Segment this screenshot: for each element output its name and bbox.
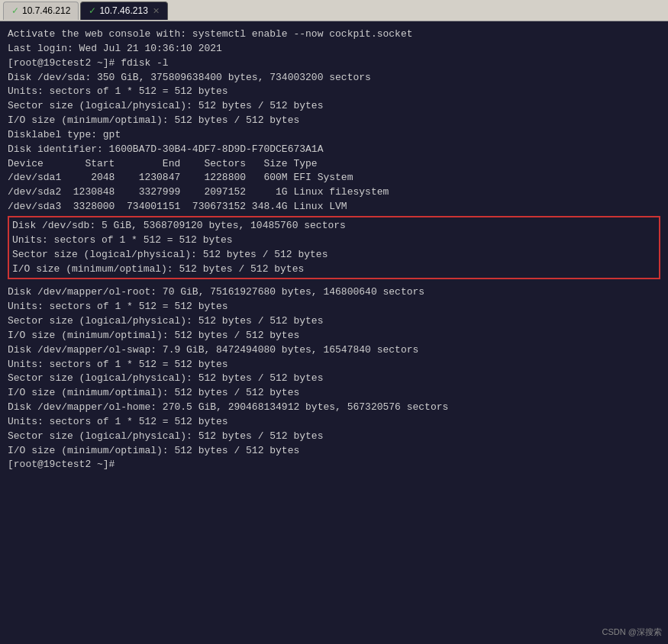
terminal-line: I/O size (minimum/optimal): 512 bytes / …: [8, 444, 660, 459]
terminal-line: /dev/sda1 2048 1230847 1228800 600M EFI …: [8, 171, 660, 185]
terminal-line: Disklabel type: gpt: [8, 128, 660, 143]
close-icon[interactable]: ✕: [153, 6, 160, 16]
terminal-line: Sector size (logical/physical): 512 byte…: [8, 99, 660, 114]
tab-1[interactable]: ✓ 10.7.46.212: [3, 2, 79, 20]
terminal-line: I/O size (minimum/optimal): 512 bytes / …: [12, 262, 656, 277]
terminal-line: I/O size (minimum/optimal): 512 bytes / …: [8, 114, 660, 128]
terminal-line: Sector size (logical/physical): 512 byte…: [8, 314, 660, 329]
terminal-line: Units: sectors of 1 * 512 = 512 bytes: [8, 300, 660, 314]
terminal-line: Disk /dev/mapper/ol-root: 70 GiB, 751619…: [8, 285, 660, 300]
tab-bar: ✓ 10.7.46.212 ✓ 10.7.46.213 ✕: [0, 0, 668, 21]
tab-2[interactable]: ✓ 10.7.46.213 ✕: [80, 2, 167, 20]
terminal-line: I/O size (minimum/optimal): 512 bytes / …: [8, 386, 660, 401]
terminal-line: [root@19ctest2 ~]# fdisk -l: [8, 56, 660, 71]
terminal-line: [root@19ctest2 ~]#: [8, 458, 660, 472]
terminal-line: Units: sectors of 1 * 512 = 512 bytes: [8, 85, 660, 99]
terminal-line: Disk /dev/sda: 350 GiB, 375809638400 byt…: [8, 71, 660, 85]
terminal-line: Last login: Wed Jul 21 10:36:10 2021: [8, 42, 660, 56]
terminal-line: Device Start End Sectors Size Type: [8, 157, 660, 172]
terminal-line: Disk /dev/mapper/ol-swap: 7.9 GiB, 84724…: [8, 343, 660, 358]
terminal-line: Units: sectors of 1 * 512 = 512 bytes: [8, 415, 660, 430]
tab-1-label: 10.7.46.212: [22, 5, 70, 16]
terminal-line: /dev/sda2 1230848 3327999 2097152 1G Lin…: [8, 185, 660, 200]
terminal-line: Units: sectors of 1 * 512 = 512 bytes: [8, 358, 660, 372]
highlighted-block: Disk /dev/sdb: 5 GiB, 5368709120 bytes, …: [8, 216, 660, 279]
terminal-line: Sector size (logical/physical): 512 byte…: [8, 372, 660, 386]
check-icon-2: ✓: [89, 5, 96, 16]
terminal-line: Sector size (logical/physical): 512 byte…: [12, 248, 656, 262]
watermark: CSDN @深搜索: [602, 626, 662, 638]
terminal-line: Activate the web console with: systemctl…: [8, 27, 660, 42]
tab-2-label: 10.7.46.213: [99, 5, 147, 16]
terminal-line: Disk /dev/mapper/ol-home: 270.5 GiB, 290…: [8, 401, 660, 415]
terminal-line: /dev/sda3 3328000 734001151 730673152 34…: [8, 200, 660, 214]
terminal-line: Units: sectors of 1 * 512 = 512 bytes: [12, 233, 656, 248]
terminal: Activate the web console with: systemctl…: [0, 21, 668, 644]
terminal-line: Sector size (logical/physical): 512 byte…: [8, 430, 660, 444]
check-icon-1: ✓: [11, 5, 19, 16]
terminal-line: I/O size (minimum/optimal): 512 bytes / …: [8, 329, 660, 343]
terminal-line: Disk /dev/sdb: 5 GiB, 5368709120 bytes, …: [12, 219, 656, 233]
terminal-line: Disk identifier: 1600BA7D-30B4-4DF7-8D9D…: [8, 143, 660, 157]
